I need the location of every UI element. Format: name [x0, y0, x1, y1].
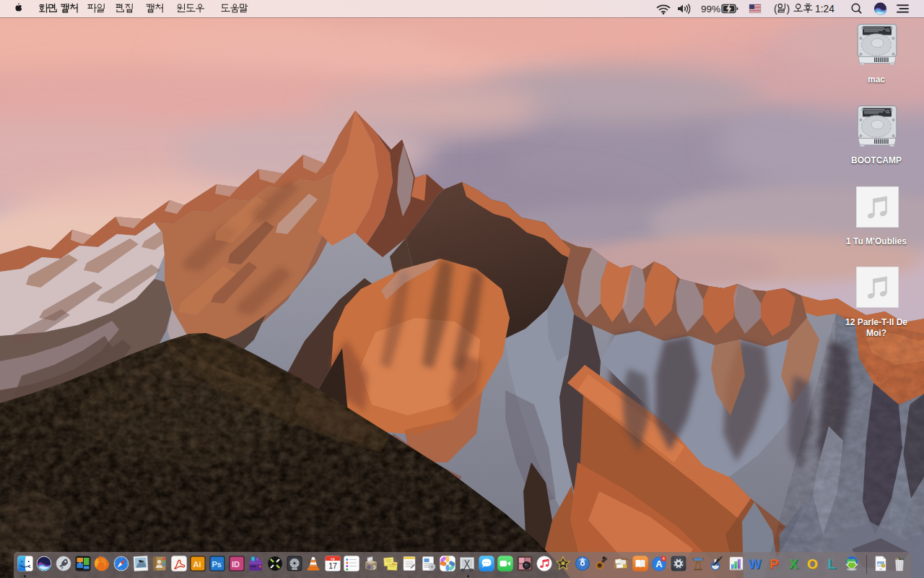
svg-text:ID: ID — [232, 560, 240, 569]
svg-text:): ) — [787, 4, 790, 14]
svg-text:Ai: Ai — [193, 560, 201, 569]
svg-text:Ps: Ps — [212, 560, 222, 569]
svg-text:4: 4 — [663, 556, 665, 561]
svg-text:6월: 6월 — [331, 557, 335, 561]
svg-text:1:24: 1:24 — [815, 4, 834, 14]
svg-text:O: O — [807, 556, 818, 571]
svg-text:L: L — [827, 556, 836, 571]
svg-text:Plan: Plan — [392, 563, 397, 566]
svg-text:(: ( — [774, 4, 777, 14]
svg-text:P: P — [770, 556, 779, 571]
svg-text:17: 17 — [328, 561, 337, 570]
svg-text:X: X — [789, 556, 798, 571]
svg-text:99%: 99% — [701, 4, 720, 14]
svg-text:W: W — [749, 556, 762, 571]
svg-text:rtfd: rtfd — [879, 568, 882, 571]
